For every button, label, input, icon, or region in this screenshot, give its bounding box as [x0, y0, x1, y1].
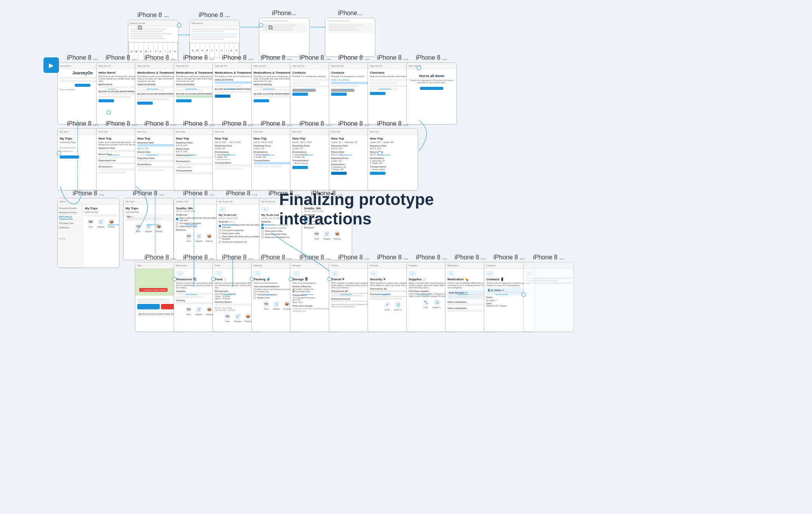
phone-sidebar-menu: iPhone 8 ... Menu Personal Information E…: [57, 190, 119, 268]
phone-label: iPhone 8 ...: [533, 254, 565, 261]
screen-body: You're all done! Thanks for signing up. …: [407, 69, 456, 93]
play-button[interactable]: [43, 57, 59, 73]
phone-label: iPhone 8 ...: [455, 254, 486, 261]
phone-label: iPhone 8 ...: [226, 190, 257, 197]
phone-label: iPhone 8 ...: [67, 120, 98, 127]
phone-label: iPhone 8 ...: [377, 120, 409, 127]
phone-label: iPhone 8 ...: [106, 54, 137, 61]
phone-label: iPhone 8 ...: [300, 254, 331, 261]
finalizing-text: Finalizing prototype interactions: [279, 190, 434, 229]
phone-label: iPhone 8 ...: [145, 254, 176, 261]
screen-body: My Trips Upcoming Trips Trip ↗ 🍽 Food 🛒 …: [124, 205, 173, 235]
phone-label: iPhone 8 ...: [183, 54, 215, 61]
phone-label: iPhone 8 ...: [183, 120, 215, 127]
phone-frame[interactable]: New Trip New Trip London, ON → Seattle, …: [368, 128, 418, 190]
phone-label: iPhone...: [272, 10, 296, 17]
phone-row0-3: iPhone...: [325, 10, 375, 57]
phone-label: iPhone 8 ...: [73, 190, 104, 197]
screen-header: Search results: [128, 20, 178, 26]
phone-label: iPhone...: [338, 10, 362, 17]
phone-label: iPhone 8 ...: [133, 190, 164, 197]
screen-body: [259, 18, 309, 35]
phone-new-trip8: iPhone 8 ... New Trip New Trip London, O…: [368, 120, 418, 190]
phone-label: iPhone 8 ...: [183, 254, 215, 261]
phone-label: iPhone 8 ...: [377, 254, 409, 261]
phone-frame[interactable]: [325, 18, 375, 57]
phone-label: iPhone 8 ...: [339, 254, 370, 261]
phone-label: iPhone 8 ...: [494, 254, 525, 261]
screen-body: [325, 18, 375, 35]
screen-body: [128, 26, 178, 42]
phone-label: iPhone 8 ...: [222, 120, 254, 127]
screen-header: Monitoring: [190, 20, 239, 26]
big-text-line1: Finalizing prototype interactions: [279, 190, 434, 229]
phone-label: iPhone 8 ...: [339, 54, 370, 61]
phone-label: iPhone 8 ...: [145, 54, 176, 61]
phone-label: iPhone 8 ...: [300, 54, 331, 61]
phone-label: iPhone 8 ...: [416, 54, 447, 61]
phone-label: iPhone 8 ...: [199, 12, 230, 19]
phone-my-trips-list: iPhone 8 ... My Trips My Trips Upcoming …: [123, 190, 174, 260]
phone-label: iPhone 8 ...: [339, 120, 370, 127]
phone-trailing: iPhone 8 ... ... ←: [523, 254, 574, 332]
phone-label: iPhone 8 ...: [145, 120, 176, 127]
phone-label: iPhone 8 ...: [183, 190, 215, 197]
phone-label: iPhone 8 ...: [222, 254, 254, 261]
screen-body: [190, 26, 239, 43]
phone-frame[interactable]: ... ←: [523, 262, 574, 332]
phone-signup-done: iPhone 8 ... Sign Up 4/4 You're all done…: [406, 54, 457, 124]
phone-frame[interactable]: My Trips My Trips Upcoming Trips Trip ↗ …: [123, 198, 174, 260]
phone-label: iPhone 8 ...: [377, 54, 409, 61]
phone-label: iPhone 8 ...: [261, 54, 292, 61]
phone-frame[interactable]: Sign Up 4/4 You're all done! Thanks for …: [406, 62, 457, 124]
phone-label: iPhone 8 ...: [261, 120, 292, 127]
screen-header: Sign Up 4/4: [407, 63, 456, 69]
phone-label: iPhone 8 ...: [138, 12, 169, 19]
phone-label: iPhone 8 ...: [416, 254, 447, 261]
clipboard-icon-1: ⧉: [138, 24, 142, 31]
phone-label: iPhone 8 ...: [106, 120, 137, 127]
phone-frame[interactable]: [259, 18, 309, 57]
screen-body: New Trip London, ON → Seattle, WA Depart…: [368, 135, 418, 177]
clipboard-icon-2: ⧉: [268, 24, 273, 31]
screen-header: ...: [524, 262, 574, 269]
phone-label: iPhone 8 ...: [300, 120, 331, 127]
canvas: Finalizing prototype interactions: [0, 0, 812, 514]
phone-row0-2: iPhone...: [259, 10, 309, 57]
screen-header: My Trips: [124, 198, 173, 205]
phone-label: iPhone 8 ...: [222, 54, 254, 61]
phone-frame[interactable]: Menu Personal Information Emergency Cont…: [57, 198, 119, 268]
screen-body: ←: [524, 269, 574, 286]
screen-header: New Trip: [368, 129, 418, 135]
phone-label: iPhone 8 ...: [261, 254, 292, 261]
phone-label: iPhone 8 ...: [67, 54, 98, 61]
screen-header: Menu: [58, 198, 119, 205]
